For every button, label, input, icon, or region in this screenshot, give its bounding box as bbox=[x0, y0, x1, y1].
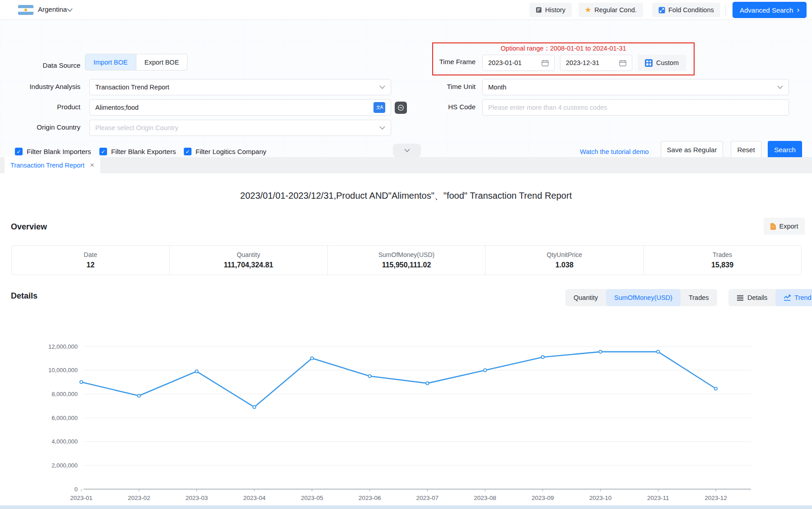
view-tab-trend[interactable]: Trend bbox=[775, 289, 812, 306]
details-heading: Details bbox=[11, 291, 37, 301]
metric-tab-trades[interactable]: Trades bbox=[681, 289, 717, 306]
export-label: Export bbox=[779, 223, 798, 230]
stat-label: Quantity bbox=[237, 251, 260, 258]
stat-qty-unit-price: QtyUnitPrice 1.038 bbox=[485, 246, 643, 275]
svg-text:2023-10: 2023-10 bbox=[589, 495, 612, 501]
data-source-label: Data Source bbox=[18, 61, 80, 69]
industry-analysis-label: Industry Analysis bbox=[18, 83, 80, 90]
industry-analysis-select[interactable]: Transaction Trend Report bbox=[89, 79, 391, 95]
svg-text:0: 0 bbox=[75, 486, 78, 493]
close-icon[interactable]: × bbox=[90, 161, 94, 170]
chevron-down-icon bbox=[404, 149, 410, 153]
bottom-scroll-strip[interactable] bbox=[0, 505, 812, 509]
time-frame-label: Time Frame bbox=[406, 58, 476, 65]
country-selector[interactable]: Argentina bbox=[38, 5, 67, 13]
origin-country-placeholder: Please select Origin Country bbox=[95, 124, 178, 131]
calendar-icon bbox=[541, 60, 549, 66]
stat-trades: Trades 15,839 bbox=[643, 246, 801, 275]
chevron-down-icon bbox=[379, 126, 385, 130]
filter-logitics-company-checkbox[interactable]: ✓ Filter Logitics Company bbox=[184, 148, 266, 155]
svg-text:2023-06: 2023-06 bbox=[359, 495, 381, 501]
advanced-search-button[interactable]: Advanced Search › bbox=[733, 2, 807, 18]
advanced-search-label: Advanced Search bbox=[740, 6, 793, 14]
reset-button[interactable]: Reset bbox=[731, 141, 761, 158]
stat-value: 12 bbox=[87, 261, 95, 269]
filter-panel: Data Source Import BOE Export BOE Option… bbox=[0, 20, 812, 157]
stat-label: Trades bbox=[713, 251, 732, 258]
tutorial-demo-link[interactable]: Watch the tutorial demo bbox=[580, 148, 649, 155]
filter-blank-importers-checkbox[interactable]: ✓ Filter Blank Importers bbox=[15, 148, 91, 155]
origin-country-select[interactable]: Please select Origin Country bbox=[89, 120, 391, 136]
fold-conditions-label: Fold Conditions bbox=[668, 6, 714, 14]
svg-text:10,000,000: 10,000,000 bbox=[48, 367, 78, 374]
overview-heading: Overview bbox=[11, 222, 47, 232]
search-button[interactable]: Search bbox=[768, 141, 802, 158]
checkbox-label: Filter Blank Importers bbox=[27, 148, 91, 155]
svg-text:4,000,000: 4,000,000 bbox=[51, 438, 78, 445]
time-unit-label: Time Unit bbox=[406, 83, 476, 90]
svg-text:6,000,000: 6,000,000 bbox=[51, 415, 78, 421]
save-as-regular-button[interactable]: Save as Regular bbox=[661, 141, 723, 158]
history-icon bbox=[536, 7, 542, 13]
view-tab-details[interactable]: Details bbox=[728, 289, 775, 306]
checkbox-checked-icon: ✓ bbox=[99, 148, 107, 155]
industry-analysis-value: Transaction Trend Report bbox=[95, 84, 169, 91]
svg-text:2023-01: 2023-01 bbox=[70, 495, 93, 501]
svg-text:2,000,000: 2,000,000 bbox=[51, 462, 78, 469]
hs-code-input[interactable]: Please enter more than 4 customs codes bbox=[482, 99, 789, 116]
argentina-flag-icon bbox=[18, 5, 33, 15]
tab-label: Transaction Trend Report bbox=[10, 162, 84, 169]
export-boe-tab[interactable]: Export BOE bbox=[136, 54, 187, 70]
stat-value: 111,704,324.81 bbox=[224, 261, 273, 269]
metric-tab-quantity[interactable]: Quantity bbox=[565, 289, 606, 306]
report-title: 2023/01/01-2023/12/31,Product AND"Alimen… bbox=[0, 190, 812, 202]
divider bbox=[725, 4, 726, 16]
checkbox-checked-icon: ✓ bbox=[184, 148, 191, 155]
overview-stats-card: Date 12 Quantity 111,704,324.81 SumOfMon… bbox=[11, 245, 802, 275]
tab-transaction-trend-report[interactable]: Transaction Trend Report × bbox=[5, 157, 100, 173]
trend-line-chart: 02,000,0004,000,0006,000,0008,000,00010,… bbox=[0, 327, 812, 506]
time-unit-value: Month bbox=[488, 84, 506, 91]
view-tab-label: Details bbox=[747, 294, 767, 301]
checkbox-checked-icon: ✓ bbox=[15, 148, 23, 155]
svg-text:2023-09: 2023-09 bbox=[532, 495, 554, 501]
svg-text:8,000,000: 8,000,000 bbox=[51, 391, 78, 397]
stat-sum-of-money: SumOfMoney(USD) 115,950,111.02 bbox=[327, 246, 485, 275]
top-bar: Argentina History ★ Regular Cond. Fold C… bbox=[0, 0, 812, 20]
product-input[interactable]: Alimentos;food 文A bbox=[89, 99, 391, 116]
custom-icon bbox=[645, 59, 653, 67]
origin-country-label: Origin Country bbox=[18, 123, 80, 131]
filter-blank-exporters-checkbox[interactable]: ✓ Filter Blank Exporters bbox=[99, 148, 176, 155]
history-button[interactable]: History bbox=[529, 3, 572, 17]
star-icon: ★ bbox=[585, 6, 591, 14]
export-button[interactable]: Export bbox=[764, 218, 805, 235]
regular-cond-label: Regular Cond. bbox=[594, 6, 637, 14]
regular-cond-button[interactable]: ★ Regular Cond. bbox=[579, 3, 643, 17]
collapse-filters-button[interactable] bbox=[393, 144, 421, 157]
fold-conditions-button[interactable]: Fold Conditions bbox=[652, 3, 720, 17]
time-frame-end-value: 2023-12-31 bbox=[566, 59, 599, 66]
calendar-icon bbox=[619, 60, 626, 66]
chevron-down-icon[interactable] bbox=[67, 8, 73, 12]
time-frame-start-input[interactable]: 2023-01-01 bbox=[482, 55, 555, 71]
import-boe-tab[interactable]: Import BOE bbox=[85, 54, 136, 70]
svg-text:2023-07: 2023-07 bbox=[416, 495, 439, 501]
time-unit-select[interactable]: Month bbox=[482, 79, 789, 95]
metric-tab-sum-of-money[interactable]: SumOfMoney(USD) bbox=[606, 289, 681, 306]
tab-strip: Transaction Trend Report × bbox=[0, 157, 812, 173]
translate-settings-icon[interactable] bbox=[395, 102, 407, 114]
time-frame-end-input[interactable]: 2023-12-31 bbox=[560, 55, 632, 71]
translate-icon[interactable]: 文A bbox=[373, 102, 385, 113]
trend-chart: 02,000,0004,000,0006,000,0008,000,00010,… bbox=[0, 327, 812, 506]
optional-range-text: Optional range：2008-01-01 to 2024-01-31 bbox=[432, 44, 695, 53]
custom-label: Custom bbox=[656, 59, 679, 66]
chevron-down-icon bbox=[379, 85, 385, 89]
custom-range-button[interactable]: Custom bbox=[638, 55, 686, 71]
svg-text:2023-03: 2023-03 bbox=[186, 495, 208, 501]
stat-label: Date bbox=[84, 251, 98, 258]
svg-text:2023-02: 2023-02 bbox=[128, 495, 150, 501]
svg-text:2023-04: 2023-04 bbox=[243, 495, 266, 501]
svg-text:12,000,000: 12,000,000 bbox=[48, 343, 78, 350]
stat-label: SumOfMoney(USD) bbox=[378, 251, 434, 258]
product-label: Product bbox=[18, 103, 80, 111]
